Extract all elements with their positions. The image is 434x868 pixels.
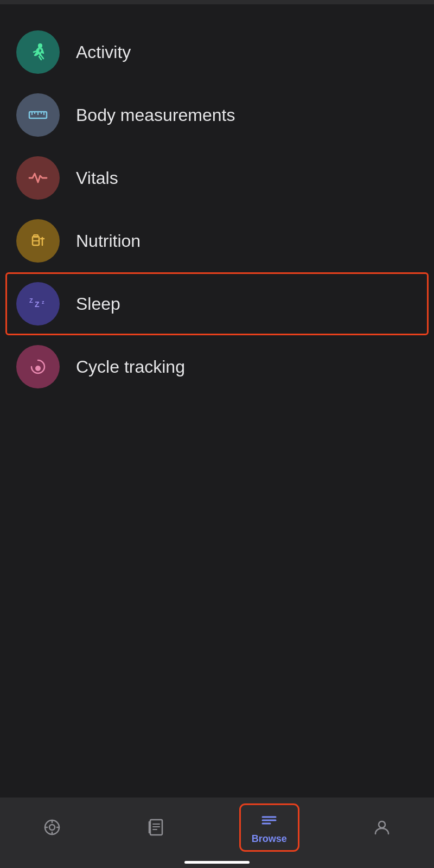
body-measurements-icon-bg (16, 93, 60, 137)
summary-icon (42, 818, 62, 837)
svg-text:Z: Z (35, 300, 40, 309)
menu-item-sleep[interactable]: Z Z z Sleep (5, 272, 429, 335)
svg-point-1 (39, 44, 42, 48)
nutrition-label: Nutrition (76, 231, 141, 251)
cycle-tracking-label: Cycle tracking (76, 357, 185, 377)
activity-label: Activity (76, 42, 131, 62)
vitals-label: Vitals (76, 168, 118, 188)
menu-item-activity[interactable]: Activity (0, 21, 434, 84)
activity-icon-bg (16, 30, 60, 74)
body-measurements-label: Body measurements (76, 105, 235, 125)
svg-point-14 (35, 366, 41, 371)
svg-point-16 (49, 825, 55, 830)
sleep-zzz-icon: Z Z z (26, 292, 50, 316)
nav-item-browse[interactable]: Browse (241, 805, 298, 850)
top-bar (0, 0, 434, 4)
nav-item-journal[interactable] (136, 812, 177, 843)
bottom-nav: Browse (0, 797, 434, 868)
nutrition-icon-bg (16, 219, 60, 263)
nav-item-profile[interactable] (361, 812, 403, 843)
food-icon (26, 229, 50, 253)
svg-text:Z: Z (29, 297, 33, 304)
nav-item-summary[interactable] (31, 812, 73, 843)
heartrate-icon (26, 166, 50, 190)
sleep-icon-bg: Z Z z (16, 282, 60, 326)
cycle-tracking-icon-bg (16, 345, 60, 388)
menu-item-body-measurements[interactable]: Body measurements (0, 84, 434, 146)
menu-item-cycle-tracking[interactable]: Cycle tracking (0, 335, 434, 398)
sleep-label: Sleep (76, 294, 120, 314)
journal-icon (147, 818, 167, 837)
home-indicator (184, 861, 250, 864)
menu-item-vitals[interactable]: Vitals (0, 146, 434, 209)
running-person-icon (26, 40, 50, 64)
browse-label: Browse (252, 833, 287, 845)
browse-icon (259, 810, 279, 830)
menu-list: Activity Body measurements Vitals (0, 4, 434, 398)
profile-icon (372, 818, 392, 837)
menu-item-nutrition[interactable]: Nutrition (0, 209, 434, 272)
ruler-icon (26, 103, 50, 127)
svg-point-29 (379, 821, 385, 828)
svg-text:z: z (42, 299, 44, 305)
cycle-icon (26, 355, 50, 379)
vitals-icon-bg (16, 156, 60, 200)
